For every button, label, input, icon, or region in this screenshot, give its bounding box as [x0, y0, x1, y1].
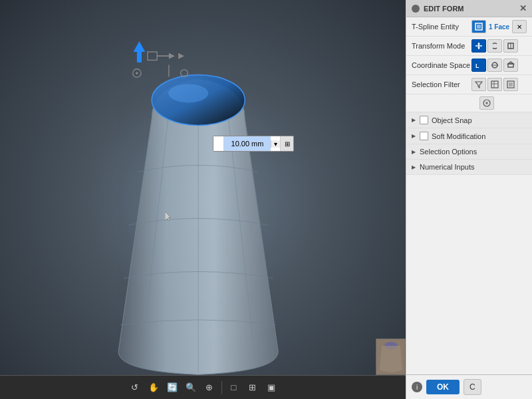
face-button[interactable]: [471, 20, 486, 33]
dimension-input[interactable]: ▾ ⊞: [213, 136, 294, 152]
unit-dropdown[interactable]: ▾: [271, 140, 280, 148]
coord-icon-1[interactable]: L: [471, 59, 486, 72]
expand-button[interactable]: ⊞: [280, 136, 293, 151]
transform-icon-3[interactable]: [503, 39, 518, 53]
coord-icon-2[interactable]: [487, 59, 502, 72]
svg-text:L: L: [475, 63, 479, 69]
svg-marker-6: [169, 53, 175, 59]
svg-point-32: [485, 102, 488, 104]
selection-filter-label: Selection Filter: [412, 80, 471, 88]
object-snap-checkbox[interactable]: [420, 116, 428, 124]
object-snap-toggle[interactable]: ▶ Object Snap: [406, 112, 532, 128]
transform-label: Transform Mode: [412, 42, 471, 50]
coordinate-icons: L: [471, 59, 518, 72]
info-icon[interactable]: i: [412, 382, 422, 392]
svg-point-11: [136, 72, 138, 74]
selection-filter-row: Selection Filter: [406, 75, 532, 94]
pan-button[interactable]: ✋: [146, 380, 162, 396]
soft-modification-toggle[interactable]: ▶ Soft Modification: [406, 128, 532, 144]
extra-icon-row: [406, 94, 532, 112]
tspline-entity-row: T-Spline Entity 1 Face ✕: [406, 17, 532, 37]
svg-rect-4: [148, 52, 157, 60]
cancel-button[interactable]: C: [464, 379, 481, 395]
numerical-inputs-label: Numerical Inputs: [420, 163, 475, 171]
input-color-indicator: [213, 136, 224, 151]
separator-1: [221, 381, 222, 394]
transform-icons: [471, 39, 518, 53]
selection-opts-arrow: ▶: [412, 149, 416, 155]
transform-gizmo: [116, 41, 209, 94]
corner-thumbnail: [376, 338, 406, 375]
transform-icon-2[interactable]: [487, 39, 502, 53]
transform-mode-row: Transform Mode: [406, 37, 532, 56]
tspline-close[interactable]: ✕: [512, 20, 527, 33]
svg-rect-30: [509, 82, 513, 86]
selection-options-toggle[interactable]: ▶ Selection Options: [406, 144, 532, 160]
selection-opts-label: Selection Options: [420, 148, 477, 156]
numerical-inputs-toggle[interactable]: ▶ Numerical Inputs: [406, 160, 532, 175]
svg-marker-19: [477, 43, 480, 45]
svg-marker-3: [134, 41, 146, 63]
svg-rect-16: [477, 25, 481, 29]
extra-filter-icon[interactable]: [479, 96, 494, 110]
tspline-value: 1 Face: [489, 23, 509, 31]
soft-mod-label: Soft Modification: [432, 132, 485, 140]
filter-icon-2[interactable]: [487, 78, 502, 91]
bottom-toolbar: ↺ ✋ 🔄 🔍 ⊕ □ ⊞ ▣: [0, 375, 406, 399]
transform-icon-1[interactable]: [471, 39, 486, 53]
panel-header: EDIT FORM ✕: [406, 0, 532, 17]
dimension-value-input[interactable]: [224, 136, 271, 151]
svg-marker-8: [178, 53, 184, 59]
ok-button[interactable]: OK: [426, 380, 460, 394]
soft-mod-checkbox[interactable]: [420, 132, 428, 140]
panel-title: EDIT FORM: [424, 5, 464, 13]
panel-actions: i OK C: [406, 374, 532, 399]
object-snap-label: Object Snap: [432, 116, 472, 124]
object-snap-arrow: ▶: [412, 117, 416, 123]
settings-button[interactable]: ▣: [263, 380, 279, 396]
viewport[interactable]: ▾ ⊞ ↺ ✋ 🔄 🔍 ⊕ □ ⊞ ▣: [0, 0, 406, 399]
svg-marker-20: [477, 47, 480, 49]
coordinate-label: Coordinate Space: [412, 61, 471, 69]
soft-mod-arrow: ▶: [412, 133, 416, 139]
orbit-button[interactable]: 🔄: [164, 380, 180, 396]
3d-shape: [85, 65, 311, 384]
zoom-button[interactable]: 🔍: [183, 380, 199, 396]
filter-icons: [471, 78, 518, 91]
svg-marker-27: [508, 62, 513, 64]
filter-icon-1[interactable]: [471, 78, 486, 91]
filter-icon-3[interactable]: [503, 78, 518, 91]
zoom-fit-button[interactable]: ⊕: [201, 380, 217, 396]
coordinate-space-row: Coordinate Space L: [406, 56, 532, 75]
display-mode-button[interactable]: □: [226, 380, 242, 396]
svg-point-12: [181, 70, 188, 77]
tspline-label: T-Spline Entity: [412, 23, 471, 31]
numerical-inputs-arrow: ▶: [412, 164, 416, 170]
undo-button[interactable]: ↺: [127, 380, 143, 396]
coord-icon-3[interactable]: [503, 59, 518, 72]
panel-icon: [412, 5, 420, 13]
grid-button[interactable]: ⊞: [245, 380, 261, 396]
close-button[interactable]: ✕: [519, 3, 527, 13]
right-panel: EDIT FORM ✕ T-Spline Entity 1 Face ✕ Tra…: [406, 0, 532, 399]
tspline-options: [471, 20, 486, 33]
panel-spacer: [406, 175, 532, 374]
svg-rect-28: [491, 81, 498, 88]
